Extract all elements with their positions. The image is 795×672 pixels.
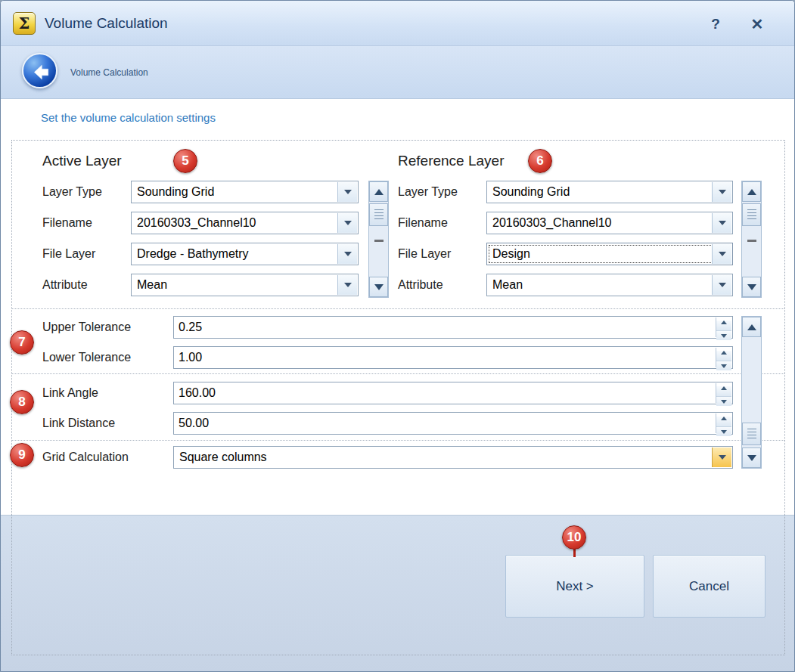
chevron-down-icon[interactable] xyxy=(337,244,357,264)
next-button[interactable]: Next > xyxy=(505,555,644,618)
reference-layer-type-combo[interactable]: Sounding Grid xyxy=(486,181,733,203)
step-badge-5: 5 xyxy=(173,149,197,173)
active-attribute-combo[interactable]: Mean xyxy=(131,274,359,296)
window-title: Volume Calculation xyxy=(45,1,168,46)
link-distance-field xyxy=(173,412,733,435)
scroll-up-button[interactable] xyxy=(742,317,761,337)
chevron-down-glyph xyxy=(344,252,352,256)
cancel-button[interactable]: Cancel xyxy=(653,555,765,618)
link-angle-input[interactable] xyxy=(179,383,713,403)
active-attribute-label: Attribute xyxy=(42,274,88,296)
active-file-layer-combo[interactable]: Dredge - Bathymetry xyxy=(131,243,359,265)
step-badge-10: 10 xyxy=(562,525,586,550)
spin-down-button[interactable] xyxy=(716,426,731,436)
arrow-up-icon xyxy=(721,351,727,355)
arrow-down-icon xyxy=(721,334,727,338)
separator xyxy=(12,373,784,374)
chevron-down-glyph xyxy=(719,221,726,225)
chevron-down-glyph xyxy=(719,252,726,256)
spin-down-button[interactable] xyxy=(716,396,731,406)
scroll-thumb[interactable] xyxy=(742,203,761,226)
arrow-down-icon xyxy=(721,364,727,368)
upper-tolerance-input[interactable] xyxy=(179,317,713,337)
wizard-header: Volume Calculation xyxy=(1,46,794,99)
spin-up-button[interactable] xyxy=(716,386,731,396)
chevron-down-icon[interactable] xyxy=(712,244,731,264)
spin-down-button[interactable] xyxy=(716,361,731,370)
close-icon[interactable]: ✕ xyxy=(744,16,769,34)
reference-layer-title: Reference Layer xyxy=(398,150,504,172)
reference-filename-label: Filename xyxy=(398,212,448,234)
reference-layer-scrollbar[interactable] xyxy=(741,181,762,298)
chevron-down-icon[interactable] xyxy=(712,275,731,295)
scroll-down-button[interactable] xyxy=(369,277,388,297)
lower-tolerance-field xyxy=(173,346,733,369)
chevron-down-icon[interactable] xyxy=(337,182,357,202)
back-button[interactable] xyxy=(22,53,57,88)
lower-tolerance-input[interactable] xyxy=(179,348,713,367)
arrow-up-icon xyxy=(374,189,384,195)
arrow-down-icon xyxy=(721,400,727,404)
scroll-up-button[interactable] xyxy=(369,181,388,202)
grid-calculation-combo[interactable]: Square columns xyxy=(173,446,733,469)
combo-value: Mean xyxy=(492,274,710,296)
reference-layer-type-label: Layer Type xyxy=(398,181,458,203)
scroll-grip-icon xyxy=(747,209,756,221)
arrow-up-icon xyxy=(721,386,727,390)
arrow-down-icon xyxy=(374,284,384,290)
step-badge-8: 8 xyxy=(10,390,34,414)
active-layer-type-combo[interactable]: Sounding Grid xyxy=(131,181,359,203)
active-filename-combo[interactable]: 20160303_Channel10 xyxy=(131,212,359,234)
chevron-down-icon[interactable] xyxy=(712,213,731,233)
chevron-down-glyph xyxy=(719,283,726,287)
active-layer-type-label: Layer Type xyxy=(42,181,102,203)
link-distance-input[interactable] xyxy=(179,413,713,433)
chevron-down-icon[interactable] xyxy=(337,275,357,295)
header-title: Volume Calculation xyxy=(70,46,148,99)
active-file-layer-label: File Layer xyxy=(42,243,95,265)
chevron-down-glyph xyxy=(344,221,352,225)
page-subtitle: Set the volume calculation settings xyxy=(41,111,216,124)
reference-attribute-label: Attribute xyxy=(398,274,443,296)
reference-attribute-combo[interactable]: Mean xyxy=(486,274,733,296)
scroll-down-button[interactable] xyxy=(742,277,761,297)
reference-file-layer-combo[interactable]: Design xyxy=(486,243,733,265)
spin-up-button[interactable] xyxy=(716,321,731,330)
combo-value: Dredge - Bathymetry xyxy=(137,243,335,265)
combo-value: Sounding Grid xyxy=(137,181,335,203)
help-icon[interactable]: ? xyxy=(703,16,728,34)
lower-tolerance-label: Lower Tolerance xyxy=(42,346,131,369)
arrow-up-icon xyxy=(747,324,756,330)
grid-calculation-label: Grid Calculation xyxy=(42,446,129,469)
scroll-grip-icon xyxy=(747,429,756,440)
spin-down-button[interactable] xyxy=(716,330,731,340)
reference-filename-combo[interactable]: 20160303_Channel10 xyxy=(486,212,733,234)
settings-scrollbar[interactable] xyxy=(741,316,762,469)
spin-up-button[interactable] xyxy=(716,417,731,426)
spinner-buttons xyxy=(716,317,731,337)
scroll-thumb[interactable] xyxy=(742,423,761,445)
step-badge-9: 9 xyxy=(10,443,34,467)
spinner-buttons xyxy=(716,348,731,367)
arrow-up-icon xyxy=(721,417,727,420)
combo-value: 20160303_Channel10 xyxy=(492,212,710,234)
chevron-down-icon[interactable] xyxy=(712,447,731,467)
chevron-down-glyph xyxy=(719,190,726,194)
scroll-up-button[interactable] xyxy=(742,181,761,202)
scroll-thumb[interactable] xyxy=(369,203,388,226)
scroll-down-button[interactable] xyxy=(742,447,761,468)
spin-up-button[interactable] xyxy=(716,351,731,361)
active-layer-scrollbar[interactable] xyxy=(368,181,389,298)
upper-tolerance-field xyxy=(173,316,733,339)
arrow-down-icon xyxy=(747,284,756,290)
chevron-down-icon[interactable] xyxy=(337,213,357,233)
chevron-down-icon[interactable] xyxy=(712,182,731,202)
arrow-up-icon xyxy=(721,321,727,324)
combo-value: 20160303_Channel10 xyxy=(137,212,335,234)
scroll-dash-icon xyxy=(374,240,384,242)
spinner-buttons xyxy=(716,383,731,403)
separator xyxy=(12,308,784,309)
scroll-grip-icon xyxy=(374,209,384,221)
combo-value: Sounding Grid xyxy=(492,181,710,203)
active-layer-title: Active Layer xyxy=(42,150,122,172)
